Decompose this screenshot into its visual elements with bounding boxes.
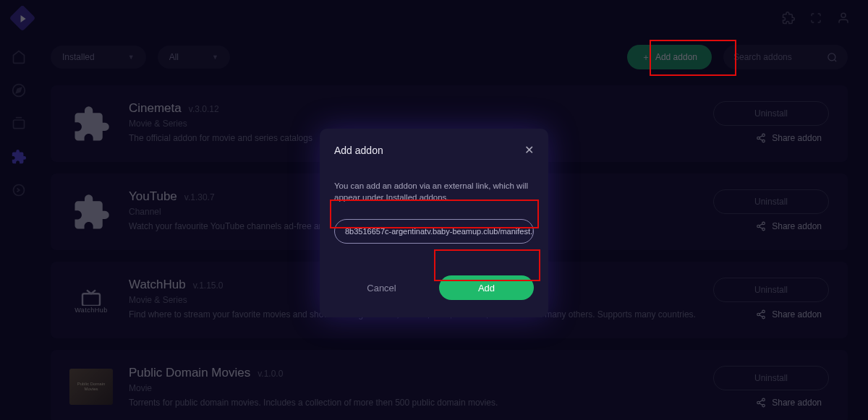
addon-url-input[interactable]: 8b3516657c-argentinatv.baby-beamup.club/…	[334, 219, 534, 244]
close-icon[interactable]: ✕	[524, 143, 534, 157]
modal-description: You can add an addon via an external lin…	[334, 180, 534, 203]
add-addon-modal: Add addon ✕ You can add an addon via an …	[320, 129, 548, 317]
add-button[interactable]: Add	[439, 275, 534, 300]
cancel-button[interactable]: Cancel	[334, 275, 429, 300]
modal-title: Add addon	[334, 145, 383, 156]
